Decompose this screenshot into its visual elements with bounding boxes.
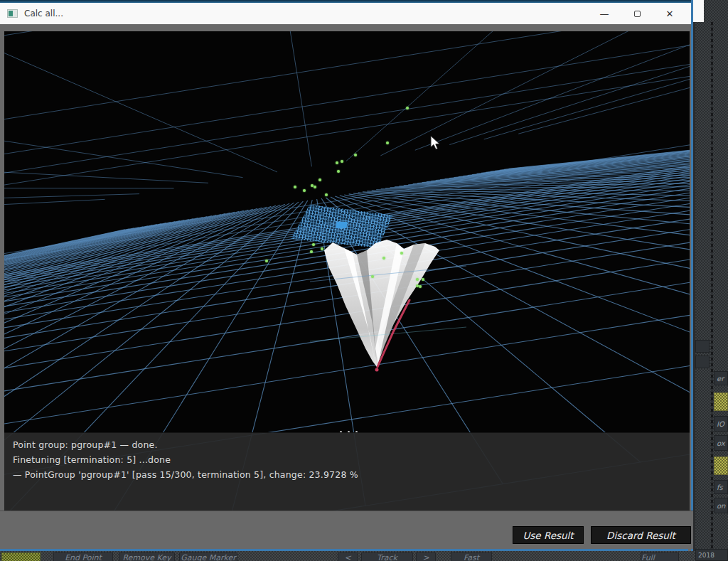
full-frame-button[interactable]: Full Frame: [641, 552, 679, 561]
status-text: Point group: pgroup#1 — done. Finetuning…: [13, 437, 358, 482]
status-line-3: — PointGroup 'pgroup#1' [pass 15/300, te…: [13, 467, 358, 482]
tracking-point: [406, 107, 409, 109]
side-button-ox[interactable]: ox: [714, 435, 728, 451]
side-label-version: 2018: [695, 549, 728, 561]
titlebar-spill: [693, 0, 704, 22]
track-next-button[interactable]: >: [416, 552, 436, 561]
side-button-io[interactable]: IO: [714, 416, 728, 432]
3d-viewport[interactable]: Point group: pgroup#1 — done. Finetuning…: [4, 31, 690, 511]
title-bar[interactable]: Calc all... — ✕: [0, 3, 691, 24]
window-controls: — ✕: [593, 3, 681, 24]
app-bottom-toolbar: End Point Remove Key Gauge Marker < Trac…: [0, 551, 728, 561]
deviation-funnel: [310, 235, 466, 384]
side-button-a[interactable]: [695, 340, 710, 353]
tracking-point: [294, 186, 296, 188]
tracking-point: [265, 260, 268, 262]
track-prev-button[interactable]: <: [338, 552, 358, 561]
tracking-point: [400, 252, 403, 255]
end-point-button[interactable]: End Point: [53, 552, 113, 561]
gauge-marker-button[interactable]: Gauge Marker: [179, 552, 237, 561]
tracking-point: [371, 275, 374, 278]
tracking-point: [416, 278, 419, 281]
tracking-point: [318, 178, 321, 181]
close-button[interactable]: ✕: [658, 3, 681, 24]
remove-key-button[interactable]: Remove Key: [119, 552, 175, 561]
side-button-er[interactable]: er: [714, 371, 728, 385]
tracking-point: [337, 170, 340, 173]
side-button-fs[interactable]: fs: [714, 480, 728, 494]
tracking-point: [312, 243, 315, 246]
camera-marker: [336, 222, 347, 228]
tracking-point: [354, 154, 357, 156]
dialog-bottom-bar: Use Result Discard Result: [0, 511, 693, 549]
status-strip: Point group: pgroup#1 — done. Finetuning…: [4, 432, 690, 511]
window-title: Calc all...: [24, 9, 63, 18]
tracking-point: [422, 278, 424, 281]
maximize-button[interactable]: [626, 3, 648, 24]
use-result-button[interactable]: Use Result: [513, 526, 584, 544]
application-stage: Calc all... — ✕: [0, 0, 728, 561]
app-right-sidebar: er IO ox fs on 2018: [695, 0, 728, 561]
tracking-point: [314, 186, 316, 188]
side-button-on[interactable]: on: [714, 498, 728, 513]
calc-dialog-window: Calc all... — ✕: [0, 0, 693, 551]
mouse-cursor-icon: [430, 135, 441, 151]
fast-button[interactable]: Fast: [451, 552, 492, 561]
app-icon: [7, 9, 18, 18]
tracking-point: [336, 161, 338, 164]
status-line-2: Finetuning [termination: 5] ...done: [13, 452, 358, 467]
minimize-button[interactable]: —: [593, 3, 616, 24]
side-swatch-1[interactable]: [714, 392, 728, 411]
timeline-swatch[interactable]: [1, 552, 41, 561]
tracking-point: [303, 189, 306, 192]
tracking-point: [321, 247, 323, 250]
tracking-point: [386, 141, 389, 144]
side-swatch-2[interactable]: [714, 456, 728, 475]
maximize-icon: [634, 11, 641, 17]
discard-result-button[interactable]: Discard Result: [591, 526, 691, 544]
tracking-point: [419, 285, 422, 288]
status-line-1: Point group: pgroup#1 — done.: [13, 437, 358, 452]
funnel-tip-marker: [375, 368, 379, 372]
tracking-point: [310, 250, 313, 253]
track-button[interactable]: Track: [361, 552, 413, 561]
tracking-point: [341, 160, 343, 163]
tracking-point: [325, 193, 328, 196]
tracking-point: [382, 257, 385, 260]
side-button-b[interactable]: [695, 356, 710, 368]
sidebar-divider: [711, 22, 713, 561]
